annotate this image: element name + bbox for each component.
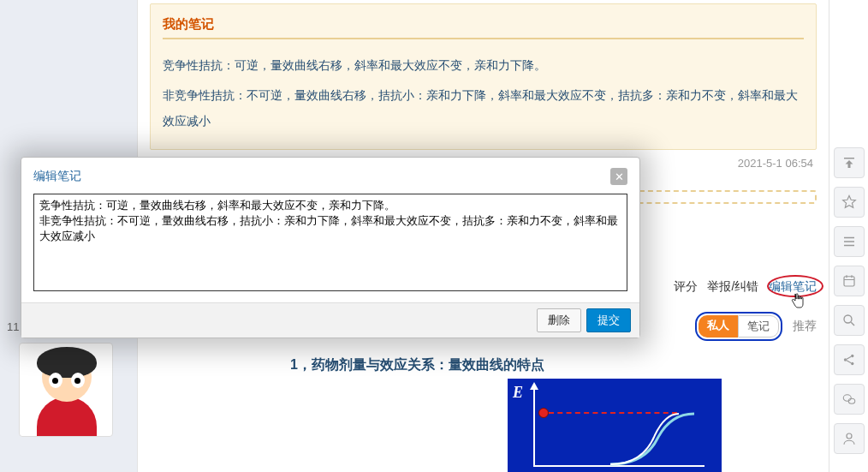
scroll-top-button[interactable]: [834, 147, 865, 178]
my-notes-panel: 我的笔记 竞争性拮抗：可逆，量效曲线右移，斜率和最大效应不变，亲和力下降。 非竞…: [150, 3, 817, 150]
user-icon: [841, 431, 857, 446]
notes-panel-title: 我的笔记: [163, 9, 804, 39]
right-toolbar: [829, 0, 868, 472]
tag-box[interactable]: 私人 笔记: [695, 312, 782, 341]
note-line: 非竞争性拮抗：不可逆，量效曲线右移，拮抗小：亲和力下降，斜率和最大效应不变，拮抗…: [163, 83, 804, 134]
list-button[interactable]: [834, 226, 865, 257]
section-heading: 1，药物剂量与效应关系：量效曲线的特点: [290, 356, 544, 374]
calendar-button[interactable]: [834, 266, 865, 296]
note-textarea[interactable]: 竞争性拮抗：可逆，量效曲线右移，斜率和最大效应不变，亲和力下降。 非竞争性拮抗：…: [33, 194, 627, 291]
svg-rect-0: [844, 277, 854, 286]
search-button[interactable]: [834, 305, 865, 336]
edit-note-link[interactable]: 编辑笔记: [769, 279, 817, 293]
share-button[interactable]: [834, 344, 865, 375]
svg-point-3: [851, 355, 853, 357]
wechat-icon: [841, 391, 857, 407]
svg-point-2: [843, 358, 846, 361]
list-icon: [841, 234, 857, 249]
chart-curve: [508, 379, 722, 472]
dose-response-chart: E: [508, 379, 722, 472]
note-line: 竞争性拮抗：可逆，量效曲线右移，斜率和最大效应不变，亲和力下降。: [163, 53, 804, 78]
modal-header: 编辑笔记 ✕: [21, 158, 639, 194]
svg-point-6: [848, 398, 855, 403]
delete-button[interactable]: 删除: [537, 308, 581, 332]
rate-link[interactable]: 评分: [674, 279, 698, 293]
modal-body: 竞争性拮抗：可逆，量效曲线右移，斜率和最大效应不变，亲和力下降。 非竞争性拮抗：…: [21, 194, 639, 302]
tag-private: 私人: [699, 315, 738, 338]
tag-note: 笔记: [738, 315, 779, 338]
close-icon: ✕: [615, 170, 624, 183]
svg-point-1: [844, 315, 852, 323]
edit-note-modal: 编辑笔记 ✕ 竞争性拮抗：可逆，量效曲线右移，斜率和最大效应不变，亲和力下降。 …: [21, 157, 640, 338]
cursor-hand-icon: [791, 293, 805, 311]
arrow-top-icon: [841, 155, 857, 170]
tag-row: 私人 笔记 推荐: [695, 312, 817, 341]
share-icon: [841, 352, 857, 367]
favorite-button[interactable]: [834, 187, 865, 218]
wechat-button[interactable]: [834, 384, 865, 415]
search-icon: [841, 313, 857, 328]
modal-close-button[interactable]: ✕: [610, 168, 627, 185]
calendar-icon: [841, 273, 857, 289]
svg-point-4: [851, 362, 853, 365]
page-number: 11: [7, 320, 19, 333]
avatar[interactable]: [19, 343, 113, 437]
modal-title: 编辑笔记: [33, 169, 81, 184]
star-icon: [841, 194, 857, 210]
submit-button[interactable]: 提交: [586, 308, 631, 332]
profile-button[interactable]: [834, 423, 865, 454]
modal-footer: 删除 提交: [21, 302, 639, 338]
svg-point-7: [847, 433, 852, 439]
report-link[interactable]: 举报/纠错: [707, 279, 758, 293]
post-actions: 评分 举报/纠错 编辑笔记: [674, 279, 817, 295]
recommend-link[interactable]: 推荐: [793, 319, 817, 334]
svg-point-5: [843, 395, 851, 402]
notes-panel-content: 竞争性拮抗：可逆，量效曲线右移，斜率和最大效应不变，亲和力下降。 非竞争性拮抗：…: [163, 53, 804, 134]
